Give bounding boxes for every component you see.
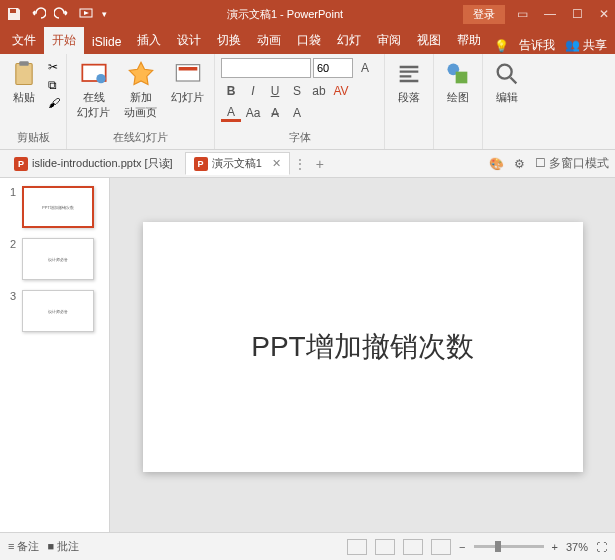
doc-tab-1[interactable]: P islide-introduction.pptx [只读] [6, 153, 181, 174]
tab-home[interactable]: 开始 [44, 27, 84, 54]
tab-islide[interactable]: iSlide [84, 30, 129, 54]
thumbnail[interactable]: PPT增加撤销次数 [22, 186, 94, 228]
increase-font-icon[interactable]: A [355, 59, 375, 77]
clipboard-label: 剪贴板 [6, 130, 60, 147]
font-name-input[interactable] [221, 58, 311, 78]
tab-view[interactable]: 视图 [409, 27, 449, 54]
cut-icon[interactable]: ✂ [48, 60, 60, 74]
zoom-out-icon[interactable]: − [459, 541, 465, 553]
pin-icon[interactable]: ⚙ [514, 157, 525, 171]
thumbnail[interactable]: 设计师必备 [22, 290, 94, 332]
group-font: A B I U S ab AV A Aa A̶ A 字体 [215, 54, 385, 149]
undo-icon[interactable] [30, 6, 46, 22]
reading-view-icon[interactable] [403, 539, 423, 555]
tab-transition[interactable]: 切换 [209, 27, 249, 54]
svg-rect-9 [456, 72, 468, 84]
zoom-in-icon[interactable]: + [552, 541, 558, 553]
tab-insert[interactable]: 插入 [129, 27, 169, 54]
tab-file[interactable]: 文件 [4, 27, 44, 54]
slideshow-view-icon[interactable] [431, 539, 451, 555]
tab-pocket[interactable]: 口袋 [289, 27, 329, 54]
clear-format-icon[interactable]: AV [331, 82, 351, 100]
font-label: 字体 [221, 130, 378, 147]
login-button[interactable]: 登录 [463, 5, 505, 24]
normal-view-icon[interactable] [347, 539, 367, 555]
powerpoint-icon: P [194, 157, 208, 171]
redo-icon[interactable] [54, 6, 70, 22]
slide-layout-button[interactable]: 幻灯片 [167, 58, 208, 122]
text-shadow-icon[interactable]: ab [309, 82, 329, 100]
thumbnail-panel[interactable]: 1 PPT增加撤销次数 2 设计师必备 3 设计师必备 [0, 178, 110, 532]
online-slides-button[interactable]: 在线 幻灯片 [73, 58, 114, 122]
tab-review[interactable]: 审阅 [369, 27, 409, 54]
thumbnail-item[interactable]: 1 PPT增加撤销次数 [4, 186, 105, 228]
notes-button[interactable]: ≡ 备注 [8, 539, 39, 554]
doc-tab-2[interactable]: P 演示文稿1 ✕ [185, 152, 290, 175]
quick-access-toolbar: ▾ [6, 6, 107, 22]
thumbnail[interactable]: 设计师必备 [22, 238, 94, 280]
document-tabs-bar: P islide-introduction.pptx [只读] P 演示文稿1 … [0, 150, 615, 178]
underline-icon[interactable]: U [265, 82, 285, 100]
format-painter-icon[interactable]: 🖌 [48, 96, 60, 110]
group-slides: 在线 幻灯片 新加 动画页 幻灯片 在线幻灯片 [67, 54, 215, 149]
slide-title-text[interactable]: PPT增加撤销次数 [251, 328, 473, 366]
document-title: 演示文稿1 - PowerPoint [107, 7, 463, 22]
svg-rect-3 [19, 61, 28, 66]
ribbon-tabs: 文件 开始 iSlide 插入 设计 切换 动画 口袋 幻灯 审阅 视图 帮助 … [0, 28, 615, 54]
share-button[interactable]: 👥 共享 [565, 37, 607, 54]
group-editing: 编辑 [483, 54, 531, 149]
bold-icon[interactable]: B [221, 82, 241, 100]
fit-window-icon[interactable]: ⛶ [596, 541, 607, 553]
slide-canvas-area[interactable]: PPT增加撤销次数 [110, 178, 615, 532]
group-paragraph: 段落 [385, 54, 434, 149]
minimize-icon[interactable]: — [544, 7, 556, 21]
strikethrough-icon[interactable]: S [287, 82, 307, 100]
save-icon[interactable] [6, 6, 22, 22]
tellme-icon[interactable]: 💡 [494, 39, 509, 53]
start-from-beginning-icon[interactable] [78, 6, 94, 22]
new-tab-icon[interactable]: + [316, 156, 324, 172]
editing-button[interactable]: 编辑 [489, 58, 525, 107]
decrease-font-icon[interactable]: A [287, 104, 307, 122]
maximize-icon[interactable]: ☐ [572, 7, 583, 21]
powerpoint-icon: P [14, 157, 28, 171]
tab-help[interactable]: 帮助 [449, 27, 489, 54]
thumbnail-item[interactable]: 3 设计师必备 [4, 290, 105, 332]
paste-button[interactable]: 粘贴 [6, 58, 42, 110]
thumbnail-item[interactable]: 2 设计师必备 [4, 238, 105, 280]
slides-label: 在线幻灯片 [73, 130, 208, 147]
sorter-view-icon[interactable] [375, 539, 395, 555]
drawing-button[interactable]: 绘图 [440, 58, 476, 107]
tab-menu-icon[interactable]: ⋮ [294, 157, 306, 171]
status-bar: ≡ 备注 ■ 批注 − + 37% ⛶ [0, 532, 615, 560]
italic-icon[interactable]: I [243, 82, 263, 100]
comments-button[interactable]: ■ 批注 [47, 539, 79, 554]
new-animation-page-button[interactable]: 新加 动画页 [120, 58, 161, 122]
multiwindow-toggle[interactable]: ☐ 多窗口模式 [535, 155, 609, 172]
svg-rect-2 [16, 64, 32, 85]
tab-animation[interactable]: 动画 [249, 27, 289, 54]
tellme-text[interactable]: 告诉我 [519, 37, 555, 54]
svg-point-5 [96, 74, 105, 83]
workspace: 1 PPT增加撤销次数 2 设计师必备 3 设计师必备 PPT增加撤销次数 [0, 178, 615, 532]
ribbon-display-icon[interactable]: ▭ [517, 7, 528, 21]
tab-close-icon[interactable]: ✕ [272, 157, 281, 170]
paragraph-button[interactable]: 段落 [391, 58, 427, 107]
group-drawing: 绘图 [434, 54, 483, 149]
character-spacing-icon[interactable]: A̶ [265, 104, 285, 122]
font-size-input[interactable] [313, 58, 353, 78]
tab-slideshow[interactable]: 幻灯 [329, 27, 369, 54]
change-case-icon[interactable]: Aa [243, 104, 263, 122]
copy-icon[interactable]: ⧉ [48, 78, 60, 92]
svg-point-10 [498, 65, 512, 79]
window-controls: ▭ — ☐ ✕ [517, 7, 609, 21]
theme-icon[interactable]: 🎨 [489, 157, 504, 171]
close-icon[interactable]: ✕ [599, 7, 609, 21]
svg-rect-0 [10, 9, 16, 13]
font-color-icon[interactable]: A [221, 104, 241, 122]
zoom-slider[interactable] [474, 545, 544, 548]
ribbon: 粘贴 ✂ ⧉ 🖌 剪贴板 在线 幻灯片 新加 动画页 幻灯片 [0, 54, 615, 150]
zoom-level[interactable]: 37% [566, 541, 588, 553]
tab-design[interactable]: 设计 [169, 27, 209, 54]
slide[interactable]: PPT增加撤销次数 [143, 222, 583, 472]
